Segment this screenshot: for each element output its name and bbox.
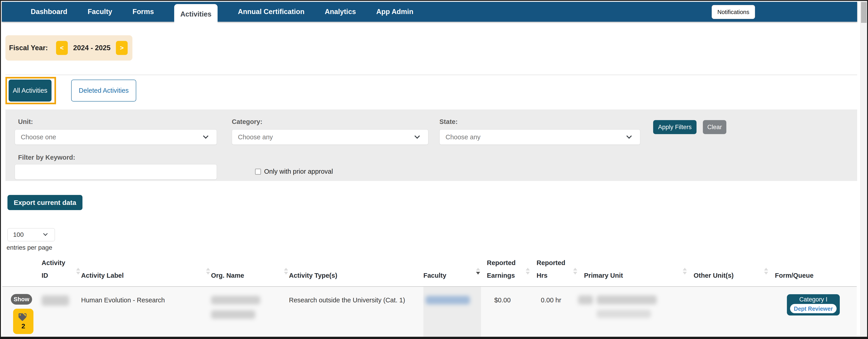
redacted-primary-unit-code <box>578 295 593 304</box>
sort-control[interactable] <box>206 268 210 275</box>
category-label: Category: <box>232 118 262 125</box>
state-select[interactable]: Choose any <box>439 129 640 145</box>
row-controls-cell: Show 2 <box>8 287 41 339</box>
activity-types-cell: Research outside the University (Cat. 1) <box>289 287 423 339</box>
sort-control[interactable] <box>76 268 80 275</box>
col-activity-label[interactable]: Activity Label <box>81 252 211 286</box>
redacted-faculty-link[interactable] <box>426 296 470 304</box>
fiscal-year-next-button[interactable]: > <box>116 41 128 55</box>
notifications-button[interactable]: Notifications <box>712 5 755 19</box>
scrollbar-thumb[interactable] <box>861 2 867 23</box>
sort-control-active[interactable] <box>476 268 480 275</box>
entries-per-page-label: entries per page <box>6 244 52 251</box>
col-org-name[interactable]: Org. Name <box>211 252 289 286</box>
nav-tab-faculty[interactable]: Faculty <box>88 8 112 16</box>
chevron-down-icon <box>203 133 208 139</box>
unit-label: Unit: <box>18 118 33 125</box>
category-select[interactable]: Choose any <box>232 129 428 145</box>
sort-control[interactable] <box>573 268 577 275</box>
table-row: Show 2 Human Evolution - Research <box>2 287 857 339</box>
chevron-down-icon <box>626 133 632 139</box>
form-category: Category I <box>799 296 828 303</box>
keyword-label: Filter by Keyword: <box>18 154 75 161</box>
activity-label-cell: Human Evolution - Research <box>81 287 211 339</box>
app-window: Dashboard Faculty Forms Activities Annua… <box>0 0 868 339</box>
other-units-cell <box>688 287 769 339</box>
entries-per-page-select[interactable]: 100 <box>7 228 55 241</box>
redacted-org-name-line1 <box>211 296 260 304</box>
faculty-cell <box>423 287 481 339</box>
form-queue-badge[interactable]: Category I Dept Reviewer <box>787 294 840 315</box>
scrollbar-track[interactable] <box>860 1 867 337</box>
fiscal-year-bar: Fiscal Year: < 2024 - 2025 > <box>5 35 132 61</box>
show-button[interactable]: Show <box>11 294 32 305</box>
reported-earnings-cell: $0.00 <box>481 287 531 339</box>
queue-pill[interactable]: Dept Reviewer <box>790 304 837 313</box>
sort-control[interactable] <box>683 268 687 275</box>
redacted-org-name-line2 <box>211 310 255 319</box>
export-current-data-button[interactable]: Export current data <box>7 195 83 210</box>
prior-approval-checkbox[interactable] <box>255 169 261 175</box>
col-faculty[interactable]: Faculty <box>423 252 481 286</box>
chevron-down-icon <box>43 231 48 236</box>
prior-approval-wrap: Only with prior approval <box>255 168 333 175</box>
col-form-queue: Form/Queue <box>769 252 857 286</box>
apply-filters-button[interactable]: Apply Filters <box>653 120 696 134</box>
redacted-activity-id <box>41 295 69 306</box>
nav-tab-activities[interactable]: Activities <box>174 4 218 24</box>
org-name-cell <box>211 287 289 339</box>
nav-tab-analytics[interactable]: Analytics <box>325 8 356 16</box>
col-activity-id[interactable]: Activity ID <box>41 252 81 286</box>
sort-control[interactable] <box>284 268 288 275</box>
fiscal-year-prev-button[interactable]: < <box>56 41 68 55</box>
form-queue-cell: Category I Dept Reviewer <box>769 287 857 339</box>
unit-select-value: Choose one <box>21 134 56 141</box>
col-other-units[interactable]: Other Unit(s) <box>688 252 769 286</box>
nav-tab-forms[interactable]: Forms <box>132 8 154 16</box>
attachment-count: 2 <box>22 322 25 330</box>
sort-control[interactable] <box>764 268 768 275</box>
unit-select[interactable]: Choose one <box>15 129 217 145</box>
activity-id-cell <box>41 287 81 339</box>
chevron-down-icon <box>414 133 420 139</box>
fiscal-year-value: 2024 - 2025 <box>73 44 111 52</box>
col-primary-unit[interactable]: Primary Unit <box>578 252 688 286</box>
fiscal-year-label: Fiscal Year: <box>9 44 48 52</box>
entries-per-page-value: 100 <box>13 231 24 238</box>
state-select-value: Choose any <box>445 134 480 141</box>
tab-deleted-activities[interactable]: Deleted Activities <box>71 80 136 102</box>
sort-control[interactable] <box>526 268 530 275</box>
col-reported-earnings[interactable]: Reported Earnings <box>481 252 531 286</box>
nav-tab-dashboard[interactable]: Dashboard <box>31 8 67 16</box>
section-divider <box>5 75 857 75</box>
tab-all-activities[interactable]: All Activities <box>8 80 52 102</box>
attachments-button[interactable]: 2 <box>13 309 33 334</box>
filter-panel: Unit: Choose one Category: Choose any St… <box>5 109 857 181</box>
col-activity-types: Activity Type(s) <box>289 252 423 286</box>
redacted-primary-unit-line2 <box>597 310 651 318</box>
primary-unit-cell <box>578 287 688 339</box>
prior-approval-label: Only with prior approval <box>264 168 333 175</box>
col-expand <box>8 252 41 286</box>
tags-icon <box>19 313 28 321</box>
keyword-input[interactable] <box>15 164 217 179</box>
nav-tab-app-admin[interactable]: App Admin <box>376 8 413 16</box>
category-select-value: Choose any <box>238 134 273 141</box>
reported-hrs-cell: 0.00 hr <box>531 287 578 339</box>
col-reported-hrs[interactable]: Reported Hrs <box>531 252 578 286</box>
activities-table-header: Activity ID Activity Label Org. Name Act… <box>2 252 857 286</box>
nav-tab-annual-certification[interactable]: Annual Certification <box>238 8 305 16</box>
redacted-primary-unit-name <box>597 295 657 304</box>
state-label: State: <box>439 118 458 125</box>
clear-filters-button[interactable]: Clear <box>703 120 726 134</box>
